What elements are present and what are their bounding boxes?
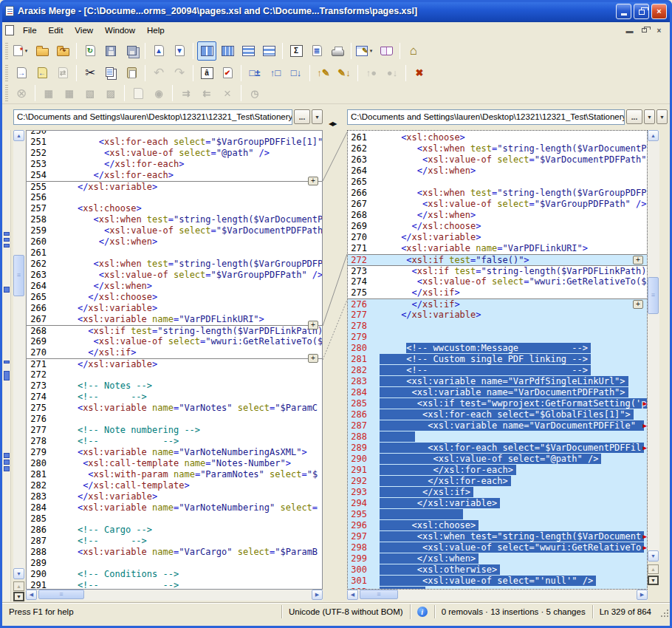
code-line[interactable]: 286 <!-- Cargo --> (27, 525, 322, 536)
previous-change-button[interactable]: ↑□ (266, 64, 285, 83)
code-line[interactable]: 250 (27, 130, 322, 137)
open-into-new-button[interactable]: ↷ (53, 41, 72, 61)
left-path-dropdown-button[interactable]: ▼ (312, 109, 323, 124)
change-mark[interactable] (4, 244, 10, 248)
code-line[interactable]: 299 </xsl:when> (348, 553, 647, 564)
code-line[interactable]: 253 </xsl:for-each> (27, 159, 322, 170)
merge-section-button[interactable]: + (633, 300, 643, 309)
toggle-change-blocks-button[interactable]: □± (245, 64, 264, 83)
home-button[interactable]: ⌂ (404, 41, 423, 61)
code-line[interactable]: 264 </xsl:when> (27, 281, 322, 292)
mdi-restore-button[interactable] (638, 25, 651, 36)
left-hscrollbar-thumb[interactable] (38, 590, 84, 599)
menu-view[interactable]: View (69, 24, 99, 37)
code-line[interactable]: 291 </xsl:for-each> (348, 465, 647, 476)
code-line[interactable]: 290 <!-- Conditions --> (27, 569, 322, 580)
code-line[interactable]: 252 <xsl:value-of select="@path" /> (27, 148, 322, 159)
code-line[interactable]: 263 <xsl:value-of select="$VarGroupPDFPa… (27, 270, 322, 281)
code-line[interactable]: 267 <xsl:value-of select="$VarGroupPDFPa… (348, 199, 647, 210)
code-line[interactable]: 288 <xsl:variable name="VarCargo" select… (27, 547, 322, 558)
code-line[interactable]: 281 <xsl:with-param name="ParamNotes" se… (27, 469, 322, 480)
code-line[interactable]: 271 </xsl:variable>+ (27, 358, 322, 369)
code-line[interactable]: 292 </xsl:for-each> (348, 476, 647, 487)
code-line[interactable]: 258 <xsl:when test="string-length($VarDo… (27, 214, 322, 225)
code-line[interactable]: 288 (348, 431, 647, 443)
horizontal-layout-alt-button[interactable] (259, 41, 278, 61)
menu-edit[interactable]: Edit (43, 24, 69, 37)
resize-grip[interactable] (658, 605, 670, 618)
next-change-button[interactable]: □↓ (287, 64, 306, 83)
right-next-change-button[interactable]: ▼ (648, 576, 659, 585)
code-line[interactable]: 285 (27, 513, 322, 525)
code-line[interactable]: 262 <xsl:when test="string-length($VarDo… (348, 143, 647, 154)
titlebar[interactable]: Araxis Merge - [C:\Docume...orms_20094\p… (0, 0, 672, 22)
change-mark[interactable] (4, 453, 10, 458)
code-line[interactable]: 298 <xsl:value-of select="wwuri:GetRelat… (348, 542, 647, 553)
paste-button[interactable] (122, 64, 141, 83)
copy-button[interactable] (101, 64, 120, 83)
code-line[interactable]: 259 <xsl:value-of select="$VarDocumentPD… (27, 225, 322, 236)
change-mark[interactable] (4, 371, 10, 380)
code-line[interactable]: 266 <xsl:when test="string-length($VarGr… (348, 188, 647, 199)
three-way-layout-button[interactable] (218, 41, 237, 61)
print-button[interactable] (328, 41, 347, 61)
right-file-path-input[interactable]: C:\Documents and Settings\lauren\Desktop… (347, 109, 625, 125)
scroll-up-button[interactable]: ▲ (13, 130, 24, 141)
toolbar-grip[interactable] (5, 65, 8, 81)
change-mark[interactable] (4, 238, 10, 242)
next-file-button[interactable]: ▼ (170, 41, 189, 61)
scroll-down-button[interactable]: ▼ (13, 568, 24, 579)
code-line[interactable]: 272 <xsl:if test="false()">+ (348, 254, 647, 265)
code-line[interactable]: 265 </xsl:choose> (27, 292, 322, 303)
code-line[interactable]: 287 <xsl:variable name="VarDocumentPDFFi… (348, 420, 647, 431)
code-line[interactable]: 267 <xsl:variable name="VarPDFLinkURI"> (27, 314, 322, 325)
code-line[interactable]: 282 <!-- --> (348, 365, 647, 376)
code-line[interactable]: 295 (348, 509, 647, 520)
options-button[interactable]: ✎▾ (355, 41, 375, 61)
change-mark[interactable] (4, 361, 10, 364)
copy-to-left-button[interactable]: ← (32, 64, 52, 83)
save-all-button[interactable] (122, 41, 141, 61)
code-line[interactable]: 257 <xsl:choose> (27, 203, 322, 214)
code-line[interactable]: 296 <xsl:choose> (348, 520, 647, 531)
splitter-arrows-icon[interactable]: ◀▶ (329, 120, 336, 127)
check-spelling-button[interactable]: ✔ (218, 64, 237, 83)
right-file-pane[interactable]: 261 <xsl:choose>262 <xsl:when test="stri… (347, 130, 648, 590)
code-line[interactable]: 301 <xsl:value-of select="'null'" /> (348, 576, 647, 587)
previous-edit-button[interactable]: ↑✎ (314, 64, 333, 83)
left-horizontal-scrollbar[interactable]: ◀ ▶ (26, 590, 323, 601)
code-line[interactable]: 277 <!-- Note numbering --> (27, 425, 322, 436)
code-line[interactable]: 261 (27, 248, 322, 259)
code-line[interactable]: 275 <xsl:variable name="VarNotes" select… (27, 403, 322, 414)
scroll-left-button[interactable]: ◀ (347, 590, 358, 600)
code-line[interactable]: 289 <xsl:for-each select="$VarDocumentPD… (348, 443, 647, 454)
restore-button[interactable] (634, 4, 649, 19)
right-horizontal-scrollbar[interactable]: ◀ ▶ (347, 590, 648, 601)
menu-help[interactable]: Help (141, 24, 171, 37)
code-line[interactable]: 291 <!-- --> (27, 580, 322, 590)
code-line[interactable]: 279 <xsl:variable name="VarNoteNumbering… (27, 447, 322, 458)
merge-section-button[interactable]: + (308, 354, 318, 363)
merge-section-button[interactable]: + (633, 256, 643, 264)
code-line[interactable]: 254 </xsl:for-each> (27, 170, 322, 181)
code-line[interactable]: 276 </xsl:if>+ (348, 298, 647, 310)
dropdown-caret-icon[interactable]: ▾ (23, 48, 30, 54)
merge-section-button[interactable]: + (308, 177, 318, 185)
code-line[interactable]: 290 <xsl:value-of select="@path" /> (348, 454, 647, 465)
toolbar-grip[interactable] (5, 43, 8, 59)
code-line[interactable]: 274 <xsl:value-of select="wwuri:GetRelat… (348, 276, 647, 287)
code-line[interactable]: 266 </xsl:variable> (27, 303, 322, 314)
left-file-pane[interactable]: 250251 <xsl:for-each select="$VarGroupPD… (26, 130, 323, 590)
previous-file-button[interactable]: ▲ (149, 41, 168, 61)
code-line[interactable]: 300 <xsl:otherwise> (348, 564, 647, 576)
code-line[interactable]: 280 <!-- wwcustom:Message --> (348, 343, 647, 354)
code-line[interactable]: 273 <!-- Notes --> (27, 380, 322, 392)
reload-button[interactable]: ↻ (80, 41, 100, 61)
code-line[interactable]: 280 <xsl:call-template name="Notes-Numbe… (27, 458, 322, 469)
child-document-icon[interactable] (5, 25, 14, 35)
menu-window[interactable]: Window (99, 24, 141, 37)
save-button[interactable] (101, 41, 120, 61)
summary-report-button[interactable]: Σ (287, 41, 306, 61)
code-line[interactable]: 297 <xsl:when test="string-length($VarDo… (348, 531, 647, 542)
code-line[interactable]: 268 <xsl:if test="string-length($VarPDFL… (27, 325, 322, 336)
